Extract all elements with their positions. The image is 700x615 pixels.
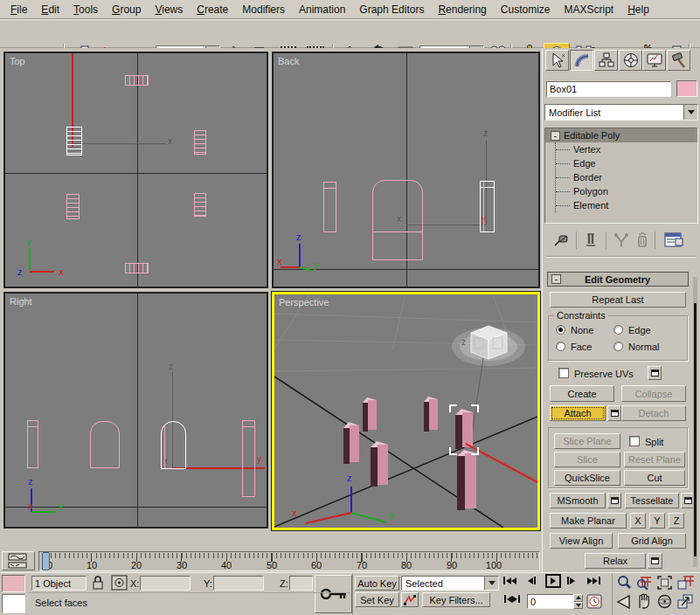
track-bar-ruler[interactable]: 0 10 20 30 40 50 60 70 80 90 100 — [38, 551, 540, 571]
grid-align-button[interactable]: Grid Align — [618, 533, 686, 549]
go-to-end-button[interactable] — [587, 577, 601, 584]
default-tangents-button[interactable] — [401, 592, 419, 607]
rollout-scrollbar[interactable] — [693, 277, 697, 567]
menu-maxscript[interactable]: MAXScript — [557, 1, 620, 18]
viewport-perspective[interactable]: z z x — [272, 292, 540, 530]
box-wireframe[interactable] — [323, 182, 336, 232]
msmooth-settings-button[interactable] — [607, 493, 621, 508]
dropdown-arrow-icon[interactable] — [484, 577, 498, 590]
play-button[interactable] — [545, 574, 561, 588]
box-wireframe[interactable] — [27, 420, 38, 468]
set-keys-button[interactable] — [315, 575, 352, 613]
set-key-button[interactable]: Set Key — [355, 592, 399, 607]
zoom-extents-all-button[interactable] — [676, 575, 695, 592]
menu-tools[interactable]: Tools — [66, 1, 105, 18]
zoom-all-button[interactable] — [635, 575, 653, 592]
preserve-uvs-settings-button[interactable] — [648, 366, 662, 380]
key-mode-toggle-button[interactable] — [503, 595, 521, 603]
z-coordinate-field[interactable] — [289, 576, 313, 591]
selection-lock-toggle[interactable] — [91, 575, 105, 592]
pin-stack-button[interactable] — [552, 232, 570, 250]
box-wireframe-selected[interactable] — [161, 421, 186, 469]
reset-plane-button[interactable]: Reset Plane — [624, 452, 685, 467]
field-of-view-button[interactable] — [616, 594, 633, 612]
box-wireframe[interactable] — [194, 193, 206, 217]
preserve-uvs-label[interactable]: Preserve UVs — [574, 369, 634, 379]
stack-item-edge[interactable]: Edge — [545, 156, 697, 170]
current-frame-marker[interactable] — [42, 552, 50, 570]
menu-create[interactable]: Create — [190, 1, 235, 18]
split-label[interactable]: Split — [645, 437, 663, 447]
tessellate-button[interactable]: Tessellate — [625, 493, 679, 508]
go-to-start-button[interactable] — [502, 577, 516, 584]
make-unique-button[interactable] — [613, 232, 630, 250]
rollout-collapse-icon[interactable]: - — [551, 274, 561, 284]
make-planar-x-button[interactable]: X — [630, 513, 646, 529]
edit-geometry-rollout-header[interactable]: - Edit Geometry — [547, 272, 689, 287]
remove-modifier-button[interactable] — [635, 232, 649, 250]
make-planar-y-button[interactable]: Y — [649, 513, 665, 529]
attach-settings-button[interactable] — [607, 405, 621, 421]
box-wireframe[interactable] — [90, 421, 120, 468]
relax-button[interactable]: Relax — [585, 553, 646, 569]
cut-button[interactable]: Cut — [624, 470, 685, 486]
make-planar-z-button[interactable]: Z — [669, 513, 684, 529]
previous-frame-button[interactable] — [528, 577, 537, 584]
tab-hierarchy[interactable] — [594, 50, 618, 71]
menu-modifiers[interactable]: Modifiers — [235, 1, 292, 18]
box-wireframe[interactable] — [125, 75, 149, 86]
stack-item-editable-poly[interactable]: - Editable Poly — [545, 128, 697, 142]
relax-settings-button[interactable] — [648, 553, 662, 569]
menu-edit[interactable]: Edit — [34, 1, 66, 18]
create-button[interactable]: Create — [550, 385, 614, 402]
constraint-face-label[interactable]: Face — [571, 342, 592, 352]
constraint-none-label[interactable]: None — [571, 325, 593, 335]
frame-spinner[interactable] — [573, 594, 583, 609]
msmooth-button[interactable]: MSmooth — [550, 493, 606, 508]
pan-button[interactable] — [635, 593, 653, 612]
min-max-toggle-button[interactable] — [676, 593, 694, 612]
menu-file[interactable]: File — [3, 1, 34, 18]
scrollbar-thumb[interactable] — [694, 303, 697, 556]
constraint-face-radio[interactable] — [556, 342, 565, 351]
box-wireframe-selected[interactable] — [480, 181, 495, 232]
box-wireframe-selected[interactable] — [66, 127, 82, 155]
open-mini-curve-editor-button[interactable] — [2, 551, 35, 570]
x-coordinate-field[interactable] — [140, 576, 191, 591]
show-end-result-button[interactable] — [585, 232, 599, 250]
viewport-right[interactable]: z x y Right z x y — [3, 292, 268, 529]
time-configuration-button[interactable] — [586, 594, 602, 611]
object-color-swatch[interactable] — [676, 80, 697, 97]
detach-button[interactable]: Detach — [621, 405, 686, 421]
box-wireframe[interactable] — [242, 420, 255, 497]
zoom-extents-button[interactable] — [656, 575, 673, 592]
box-wireframe[interactable] — [194, 130, 206, 155]
menu-views[interactable]: Views — [148, 1, 190, 18]
slice-plane-button[interactable]: Slice Plane — [554, 433, 620, 449]
zoom-button[interactable] — [616, 575, 632, 592]
maxscript-mini-listener-pink[interactable] — [2, 575, 25, 592]
box-wireframe[interactable] — [372, 180, 423, 260]
make-planar-button[interactable]: Make Planar — [550, 513, 627, 529]
stack-item-border[interactable]: Border — [545, 170, 697, 184]
stack-item-polygon[interactable]: Polygon — [545, 184, 697, 198]
tab-display[interactable] — [642, 50, 666, 71]
stack-item-vertex[interactable]: Vertex — [545, 142, 697, 156]
dropdown-arrow-icon[interactable] — [683, 105, 697, 120]
quickslice-button[interactable]: QuickSlice — [554, 470, 620, 486]
configure-modifier-sets-button[interactable] — [663, 231, 684, 251]
box-wireframe[interactable] — [125, 263, 149, 273]
menu-customize[interactable]: Customize — [494, 1, 558, 18]
key-filters-button[interactable]: Key Filters... — [422, 592, 490, 607]
constraint-edge-label[interactable]: Edge — [628, 325, 651, 335]
repeat-last-button[interactable]: Repeat Last — [550, 292, 686, 308]
tab-utilities[interactable] — [667, 50, 690, 71]
arc-rotate-button[interactable] — [656, 593, 673, 612]
slice-button[interactable]: Slice — [554, 452, 620, 467]
modifier-list-dropdown[interactable]: Modifier List — [544, 104, 698, 121]
constraint-normal-label[interactable]: Normal — [628, 342, 659, 352]
menu-graph-editors[interactable]: Graph Editors — [352, 1, 431, 18]
attach-button[interactable]: Attach — [550, 405, 606, 421]
menu-rendering[interactable]: Rendering — [431, 1, 493, 18]
collapse-icon[interactable]: - — [551, 131, 560, 141]
